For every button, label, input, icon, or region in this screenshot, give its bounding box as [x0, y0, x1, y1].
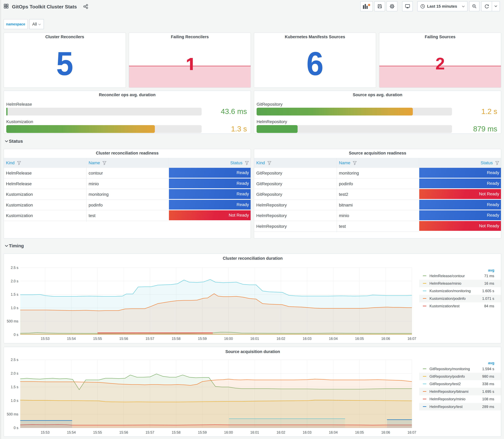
svg-text:Cluster reconciliation duratio: Cluster reconciliation duration [223, 256, 283, 261]
svg-text:16:07: 16:07 [407, 430, 416, 434]
svg-text:16:02: 16:02 [276, 337, 285, 341]
svg-text:15:57: 15:57 [146, 337, 154, 341]
svg-text:avg: avg [488, 268, 494, 272]
svg-text:15:53: 15:53 [41, 430, 49, 434]
svg-text:1.605 s: 1.605 s [482, 289, 494, 293]
svg-text:15:57: 15:57 [146, 430, 154, 434]
svg-text:2.0 s: 2.0 s [11, 371, 18, 375]
svg-text:15:55: 15:55 [93, 430, 102, 434]
svg-text:500 ms: 500 ms [7, 412, 18, 416]
svg-text:16:01: 16:01 [250, 430, 259, 434]
svg-text:15:59: 15:59 [198, 430, 207, 434]
svg-text:16:05: 16:05 [355, 430, 364, 434]
svg-text:15:53: 15:53 [41, 337, 49, 341]
svg-text:0 s: 0 s [14, 333, 18, 337]
svg-text:15:56: 15:56 [119, 337, 128, 341]
svg-text:16:01: 16:01 [250, 337, 259, 341]
svg-text:16 ms: 16 ms [484, 281, 494, 285]
svg-text:0 s: 0 s [14, 426, 18, 430]
svg-text:2.5 s: 2.5 s [11, 358, 18, 362]
svg-text:16:03: 16:03 [303, 337, 311, 341]
svg-text:GitRepository/podinfo: GitRepository/podinfo [430, 374, 465, 378]
svg-text:980 ms: 980 ms [482, 374, 494, 378]
svg-text:Source acquisition duration: Source acquisition duration [225, 349, 280, 354]
svg-text:HelmRepository/bitnami: HelmRepository/bitnami [430, 390, 468, 394]
svg-text:1.5 s: 1.5 s [11, 385, 18, 389]
svg-text:338 ms: 338 ms [482, 382, 494, 386]
svg-text:16:03: 16:03 [303, 430, 311, 434]
svg-text:1.0 s: 1.0 s [11, 399, 18, 402]
svg-text:GitRepository/monitoring: GitRepository/monitoring [430, 367, 470, 371]
svg-text:2.5 s: 2.5 s [11, 266, 18, 270]
svg-text:16:05: 16:05 [355, 337, 364, 341]
svg-text:15:58: 15:58 [172, 430, 181, 434]
svg-text:16:04: 16:04 [329, 430, 338, 434]
svg-text:2.0 s: 2.0 s [11, 279, 18, 283]
svg-text:1.5 s: 1.5 s [11, 293, 18, 296]
svg-text:avg: avg [488, 361, 494, 365]
svg-text:15:54: 15:54 [67, 430, 76, 434]
svg-text:1.0 s: 1.0 s [11, 306, 18, 310]
svg-text:16:07: 16:07 [407, 337, 416, 341]
svg-text:Kustomization/monitoring: Kustomization/monitoring [430, 289, 471, 293]
svg-text:15:59: 15:59 [198, 337, 207, 341]
svg-text:1.695 s: 1.695 s [482, 390, 494, 394]
svg-text:16:02: 16:02 [276, 430, 285, 434]
svg-text:1.594 s: 1.594 s [482, 367, 494, 371]
svg-text:500 ms: 500 ms [7, 319, 18, 323]
svg-text:15:54: 15:54 [67, 337, 76, 341]
svg-text:HelmRepository/minio: HelmRepository/minio [430, 397, 466, 401]
svg-text:GitRepository/test2: GitRepository/test2 [430, 382, 461, 386]
svg-text:Kustomization/test: Kustomization/test [430, 304, 459, 308]
svg-text:15:55: 15:55 [93, 337, 102, 341]
svg-text:Kustomization/podinfo: Kustomization/podinfo [430, 296, 466, 301]
svg-text:HelmRelease/minio: HelmRelease/minio [430, 281, 461, 285]
svg-text:15:58: 15:58 [172, 337, 181, 341]
svg-text:15:56: 15:56 [119, 430, 128, 434]
svg-text:HelmRelease/contour: HelmRelease/contour [430, 274, 465, 278]
svg-text:16:00: 16:00 [224, 337, 233, 341]
svg-text:16:04: 16:04 [329, 337, 338, 341]
svg-text:84 ms: 84 ms [484, 304, 494, 308]
svg-text:HelmRepository/test: HelmRepository/test [430, 405, 463, 409]
svg-text:108 ms: 108 ms [482, 397, 494, 401]
svg-text:16:06: 16:06 [381, 337, 390, 341]
svg-text:71 ms: 71 ms [484, 274, 494, 278]
svg-text:16:00: 16:00 [224, 430, 233, 434]
svg-text:16:06: 16:06 [381, 430, 390, 434]
svg-text:289 ms: 289 ms [482, 405, 494, 409]
svg-text:1.071 s: 1.071 s [482, 296, 494, 301]
